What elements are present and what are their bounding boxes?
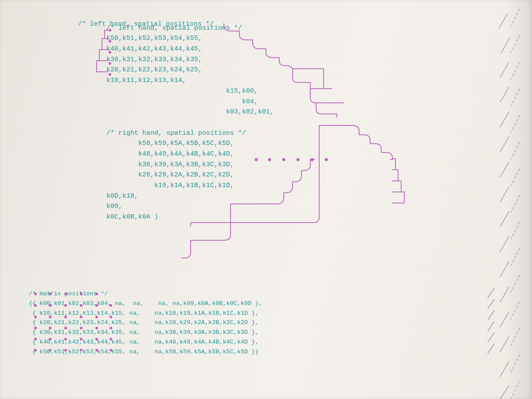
svg-point-25: [325, 158, 328, 161]
matrix-code: /* matrix positions */ {{ k00,k01,k02,k0…: [29, 279, 262, 367]
svg-point-22: [282, 158, 286, 161]
page-right-shadow: [505, 0, 532, 399]
svg-point-23: [297, 158, 300, 161]
rh-row1: k58,k59,k5A,k5B,k5C,k5D,: [106, 140, 234, 147]
lh-row1: k50,k51,k52,k53,k54,k55,: [106, 35, 202, 42]
matrix-row5: { k40,k41,k42,k43,k44,k45, na, na,k48,k4…: [29, 339, 258, 345]
rh-row2: k48,k49,k4A,k4B,k4C,k4D,: [106, 150, 234, 158]
lh-row6: k15,k00,: [106, 87, 258, 95]
rh-row7: k09,: [106, 203, 122, 210]
lh-comment: /* left hand, spatial positions */: [106, 24, 242, 32]
rh-row5: k19,k1A,k1B,k1C,k1D,: [106, 182, 234, 189]
svg-line-79: [488, 310, 494, 320]
lh-row5: k10,k11,k12,k13,k14,: [106, 77, 186, 84]
rh-row6: k0D,k18,: [106, 192, 138, 200]
left-hand-code: /* left hand, spatial positions */ k50,k…: [106, 12, 274, 233]
lh-row3: k30,k31,k32,k33,k34,k35,: [106, 56, 202, 63]
lh-row2: k40,k41,k42,k43,k44,k45,: [106, 45, 202, 53]
lh-row7: k04,: [106, 98, 258, 106]
blank1: [106, 119, 110, 126]
lh-row4: k20,k21,k22,k23,k24,k25,: [106, 66, 202, 74]
matrix-comment: /* matrix positions */: [29, 290, 108, 297]
rh-comment: /* right hand, spatial positions */: [106, 129, 246, 137]
matrix-row2: { k10,k11,k12,k13,k14,k15, na, na,k18,k1…: [29, 310, 258, 317]
rh-row3: k38,k39,k3A,k3B,k3C,k3D,: [106, 161, 234, 168]
svg-point-24: [311, 158, 314, 161]
svg-line-80: [488, 321, 494, 331]
rh-row8: k0C,k0B,k0A ): [106, 213, 158, 221]
matrix-row4: { k30,k31,k32,k33,k34,k35, na, na,k38,k3…: [29, 329, 258, 336]
matrix-row6: { k50,k51,k52,k53,k54,k55, na, na,k58,k5…: [29, 348, 258, 355]
lh-row8: k03,k02,k01,: [106, 108, 274, 116]
svg-line-82: [488, 344, 494, 353]
svg-line-77: [488, 288, 494, 298]
page: /* left hand, spatial positions */ /* le…: [0, 0, 532, 399]
rh-row4: k28,k29,k2A,k2B,k2C,k2D,: [106, 171, 234, 179]
matrix-row1: {{ k00,k01,k02,k03,k04, na, na, na, na,k…: [29, 300, 262, 307]
matrix-row3: { k20,k21,k22,k23,k24,k25, na, na,k28,k2…: [29, 319, 258, 326]
svg-line-78: [488, 299, 494, 309]
svg-line-81: [488, 332, 494, 342]
